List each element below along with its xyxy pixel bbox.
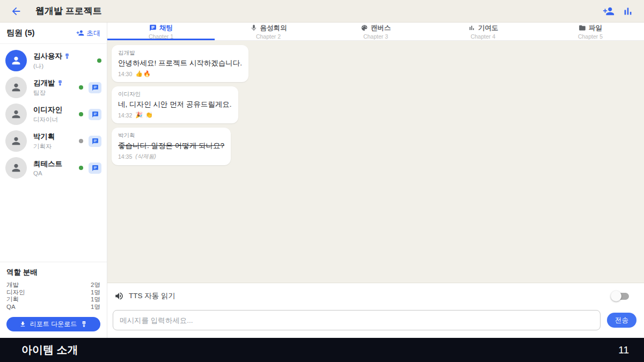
- page-title: 웹개발 프로젝트: [35, 5, 102, 17]
- tab-palette[interactable]: 캔버스 Chapter 3: [322, 23, 429, 40]
- chat-icon: [92, 165, 99, 172]
- member-role: (나): [33, 62, 70, 70]
- member-row[interactable]: 최테스트 QA: [0, 154, 107, 181]
- role-count-row: 기획 1명: [6, 296, 100, 304]
- medal-icon: [80, 321, 87, 328]
- direct-message-button[interactable]: [89, 82, 101, 93]
- message-text: 네, 디자인 시안 먼저 공유드릴게요.: [118, 100, 232, 109]
- status-dot: [79, 139, 83, 143]
- chat-icon: [92, 84, 99, 91]
- chat-icon: [92, 111, 99, 118]
- tab-label: 캔버스: [371, 24, 391, 33]
- message-time: 14:30: [118, 71, 132, 77]
- person-icon: [10, 162, 22, 174]
- medal-icon: [64, 53, 70, 60]
- message-reactions: 🎉 👏: [135, 112, 153, 119]
- role-count: 1명: [91, 296, 100, 304]
- member-row[interactable]: 김사용자 (나): [0, 47, 107, 74]
- message-deleted-label: (삭제됨): [135, 153, 156, 160]
- status-dot: [79, 166, 83, 170]
- member-row[interactable]: 김개발 팀장: [0, 74, 107, 101]
- member-role: QA: [33, 170, 62, 176]
- send-button[interactable]: 전송: [607, 313, 636, 328]
- role-count-row: QA 1명: [6, 304, 100, 311]
- tts-row: TTS 자동 읽기: [107, 283, 644, 309]
- role-count-row: 디자인 1명: [6, 289, 100, 297]
- avatar: [5, 104, 27, 125]
- download-icon: [19, 321, 26, 328]
- stats-button[interactable]: [620, 4, 635, 19]
- medal-icon: [57, 80, 63, 86]
- invite-button[interactable]: 초대: [76, 28, 100, 38]
- invite-label: 초대: [86, 28, 100, 38]
- direct-message-button[interactable]: [89, 109, 101, 120]
- status-dot: [79, 112, 83, 116]
- role-label: 디자인: [6, 289, 25, 297]
- report-download-button[interactable]: 리포트 다운로드: [6, 317, 100, 331]
- direct-message-button[interactable]: [89, 162, 101, 174]
- member-row[interactable]: 이디자인 디자이너: [0, 101, 107, 128]
- member-role: 팀장: [33, 89, 63, 97]
- volume-up-icon: [114, 291, 124, 301]
- back-arrow-icon: [10, 5, 22, 17]
- tab-chat[interactable]: 채팅 Chapter 1: [107, 23, 215, 40]
- add-member-button[interactable]: [601, 4, 616, 19]
- message-author: 이디자인: [118, 91, 232, 98]
- tab-chapter: Chapter 4: [471, 33, 495, 40]
- member-name: 김사용자: [33, 51, 62, 61]
- member-name: 이디자인: [33, 105, 62, 115]
- team-sidebar: 팀원 (5) 초대 김사용자 (나): [0, 23, 107, 338]
- person-add-icon: [603, 5, 614, 17]
- tab-label: 기여도: [478, 24, 499, 33]
- role-label: 개발: [6, 282, 19, 289]
- tts-toggle[interactable]: [611, 291, 630, 301]
- mic-icon: [250, 24, 258, 32]
- chat-message: 박기획 좋습니다. 일정은 어떻게 되나요? 14:35 (삭제됨): [112, 128, 231, 165]
- person-icon: [10, 108, 22, 120]
- chat-icon: [92, 138, 99, 145]
- person-add-icon: [76, 29, 84, 37]
- app-bar: 웹개발 프로젝트: [0, 0, 644, 23]
- role-count-row: 개발 2명: [6, 282, 100, 289]
- tab-folder[interactable]: 파일 Chapter 5: [537, 23, 644, 40]
- message-author: 박기획: [118, 132, 224, 139]
- sidebar-header: 팀원 (5) 초대: [0, 23, 107, 44]
- message-time: 14:35: [118, 153, 132, 160]
- role-distribution-title: 역할 분배: [6, 268, 100, 277]
- composer-panel: TTS 자동 읽기 전송: [107, 283, 644, 338]
- avatar: [5, 50, 27, 71]
- status-dot: [79, 85, 83, 90]
- message-reactions: 👍🔥: [135, 70, 151, 77]
- team-count-title: 팀원 (5): [6, 28, 35, 38]
- tab-bar-chart[interactable]: 기여도 Chapter 4: [429, 23, 537, 40]
- bar-chart-icon: [622, 5, 634, 17]
- tab-label: 음성회의: [260, 24, 287, 33]
- member-row[interactable]: 박기획 기획자: [0, 128, 107, 154]
- tab-label: 파일: [589, 24, 602, 33]
- member-name: 김개발: [33, 78, 55, 88]
- active-tab-indicator: [107, 39, 215, 40]
- message-text: 안녕하세요! 프로젝트 시작하겠습니다.: [118, 58, 242, 68]
- role-label: 기획: [6, 296, 19, 304]
- palette-icon: [361, 24, 368, 32]
- direct-message-button[interactable]: [89, 136, 101, 147]
- role-count: 1명: [91, 304, 100, 311]
- tab-chapter: Chapter 5: [578, 33, 603, 40]
- back-button[interactable]: [9, 4, 24, 19]
- message-input[interactable]: [113, 310, 601, 330]
- tts-auto-read-label: TTS 자동 읽기: [129, 291, 175, 301]
- person-icon: [10, 135, 22, 147]
- status-dot: [97, 58, 101, 63]
- message-author: 김개발: [118, 49, 242, 57]
- member-role: 디자이너: [33, 116, 62, 124]
- chat-message: 이디자인 네, 디자인 시안 먼저 공유드릴게요. 14:32 🎉 👏: [112, 86, 238, 123]
- member-name: 최테스트: [33, 159, 62, 169]
- footer-section-label: 아이템 소개: [21, 343, 78, 357]
- tab-chapter: Chapter 2: [256, 33, 281, 40]
- tab-mic[interactable]: 음성회의 Chapter 2: [215, 23, 322, 40]
- member-name: 박기획: [33, 132, 55, 142]
- footer-bar: 아이템 소개 11: [0, 338, 644, 362]
- role-count: 1명: [91, 289, 100, 297]
- tab-chapter: Chapter 3: [363, 33, 388, 40]
- role-count: 2명: [91, 282, 100, 289]
